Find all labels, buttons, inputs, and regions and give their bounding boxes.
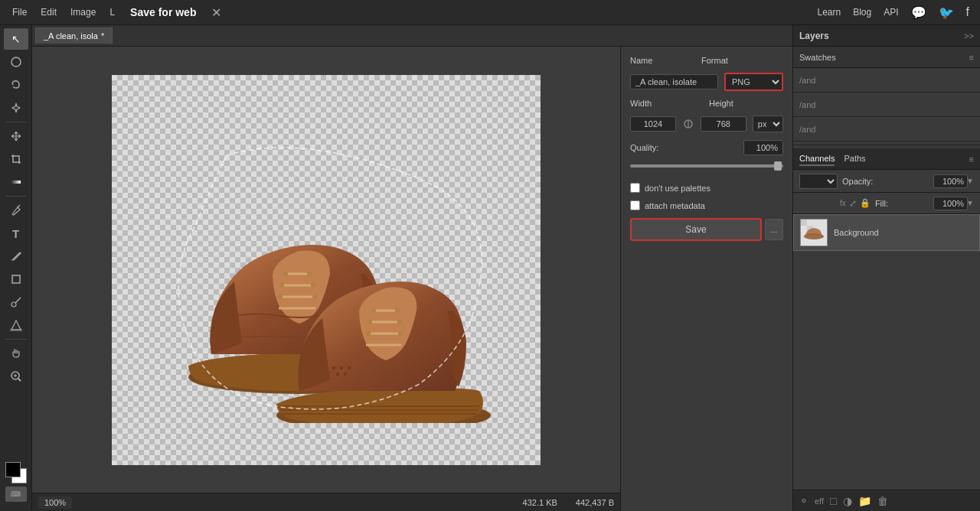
tool-magic-wand[interactable]	[4, 97, 28, 119]
svg-point-35	[348, 366, 351, 369]
swatches-menu-button[interactable]: ≡	[969, 53, 974, 62]
delete-layer-icon[interactable]: 🗑	[877, 495, 888, 507]
canvas-container[interactable]	[32, 47, 620, 493]
svg-rect-6	[10, 329, 22, 331]
tool-gradient[interactable]	[4, 171, 28, 193]
paths-tab[interactable]: Paths	[844, 152, 865, 166]
tab-bar: _A clean, isola *	[32, 25, 792, 47]
tool-lasso[interactable]	[4, 74, 28, 96]
height-input[interactable]	[701, 116, 746, 132]
divider-1	[793, 145, 980, 145]
filename-input[interactable]	[630, 74, 718, 90]
blog-link[interactable]: Blog	[848, 4, 876, 21]
twitter-icon[interactable]: 🐦	[934, 2, 959, 23]
svg-line-5	[15, 298, 21, 303]
save-for-web-panel: Name Format PNG JPEG GIF WebP Width Heig…	[620, 47, 792, 511]
format-label: Format	[701, 56, 736, 65]
api-link[interactable]: API	[879, 4, 903, 21]
svg-point-16	[283, 272, 288, 276]
tool-select[interactable]: ↖	[4, 28, 28, 50]
svg-rect-42	[807, 220, 813, 226]
layers-bottom-bar: ⚬ eff □ ◑ 📁 🗑	[793, 490, 980, 511]
foreground-color[interactable]	[5, 462, 21, 477]
layer-name: Background	[834, 228, 973, 237]
menu-edit[interactable]: Edit	[34, 4, 63, 21]
layer-move-icon[interactable]: ⤢	[849, 198, 857, 209]
panel-tabs: Channels Paths	[799, 152, 866, 166]
unit-select[interactable]: px % in	[753, 116, 783, 132]
format-select[interactable]: PNG JPEG GIF WebP	[724, 73, 783, 91]
quality-slider-row[interactable]	[630, 164, 783, 174]
name-row: Name Format	[630, 56, 783, 65]
tool-shape[interactable]	[4, 269, 28, 290]
layer-placeholder-1: /and	[793, 68, 980, 93]
quality-slider[interactable]	[630, 164, 783, 168]
new-group-icon[interactable]: □	[830, 495, 836, 507]
topbar-right-links: Learn Blog API 💬 🐦 f	[812, 2, 974, 23]
opacity-dropdown-icon[interactable]: ▼	[966, 177, 974, 185]
menu-l[interactable]: L	[103, 4, 121, 21]
layers-tabs: Channels Paths ≡	[793, 148, 980, 170]
layers-title: Layers	[799, 31, 829, 41]
svg-point-21	[312, 295, 317, 299]
adjustment-icon[interactable]: ◑	[843, 495, 852, 507]
layer-tool-icons: fx ⤢ 🔒	[840, 198, 871, 209]
active-tab[interactable]: _A clean, isola *	[35, 28, 113, 44]
fill-row: fx ⤢ 🔒 Fill: ▼	[793, 193, 980, 214]
width-input[interactable]	[630, 116, 676, 132]
svg-line-8	[18, 379, 21, 381]
svg-rect-43	[801, 226, 807, 232]
menu-file[interactable]: File	[6, 4, 33, 21]
tool-fill[interactable]	[4, 314, 28, 336]
channels-tab[interactable]: Channels	[799, 152, 835, 166]
no-palette-checkbox[interactable]	[630, 183, 640, 193]
menu-image[interactable]: Image	[64, 4, 102, 21]
svg-point-30	[397, 320, 402, 324]
canvas-inner	[47, 62, 605, 477]
tool-crop[interactable]	[4, 148, 28, 170]
facebook-icon[interactable]: f	[962, 2, 974, 22]
swatches-label: Swatches	[799, 53, 836, 62]
layer-fx-icon[interactable]: fx	[840, 199, 846, 207]
learn-link[interactable]: Learn	[812, 4, 845, 21]
tool-dropper[interactable]	[4, 291, 28, 313]
fill-input[interactable]	[933, 197, 968, 210]
svg-point-17	[307, 272, 312, 276]
save-button[interactable]: Save	[630, 218, 762, 241]
more-options-button[interactable]: ...	[765, 219, 783, 240]
tool-zoom[interactable]	[4, 366, 28, 387]
close-button[interactable]: ✕	[207, 5, 226, 20]
tool-text[interactable]: T	[4, 223, 28, 244]
svg-point-36	[336, 373, 339, 376]
fill-dropdown-icon[interactable]: ▼	[966, 199, 974, 207]
canvas-area: 100% 432.1 KB 442,437 B	[32, 47, 620, 511]
tool-pen[interactable]	[4, 246, 28, 267]
new-layer-icon[interactable]: 📁	[858, 495, 871, 507]
effects-icon[interactable]: eff	[815, 496, 824, 506]
name-label: Name	[630, 56, 665, 65]
metadata-checkbox[interactable]	[630, 200, 640, 210]
tool-ellipse[interactable]	[4, 51, 28, 73]
layers-panel-menu[interactable]: ≡	[969, 155, 974, 164]
link-dimensions-icon[interactable]	[682, 117, 694, 131]
quality-thumb[interactable]	[774, 161, 782, 171]
layer-lock-icon[interactable]: 🔒	[860, 198, 871, 208]
opacity-row: Normal Multiply Opacity: ▼	[793, 170, 980, 193]
file-size-display: 432.1 KB 442,437 B	[523, 498, 614, 507]
main-layout: ↖ T	[0, 25, 980, 511]
fg-bg-color[interactable]	[5, 462, 27, 483]
blend-mode-select[interactable]: Normal Multiply	[799, 174, 838, 189]
expand-panel-icon[interactable]: >>	[964, 31, 974, 41]
opacity-input[interactable]	[933, 174, 968, 188]
tool-move[interactable]	[4, 125, 28, 147]
background-layer[interactable]: Background	[793, 214, 980, 251]
toolbar: ↖ T	[0, 25, 32, 511]
svg-rect-1	[11, 181, 21, 184]
link-icon[interactable]: ⚬	[799, 495, 808, 507]
dialog-title: Save for web	[121, 6, 205, 18]
tool-brush[interactable]	[4, 200, 28, 221]
reddit-icon[interactable]: 💬	[906, 2, 931, 23]
canvas-statusbar: 100% 432.1 KB 442,437 B	[32, 493, 620, 511]
tool-hand[interactable]	[4, 343, 28, 364]
quality-label: Quality:	[630, 143, 658, 152]
